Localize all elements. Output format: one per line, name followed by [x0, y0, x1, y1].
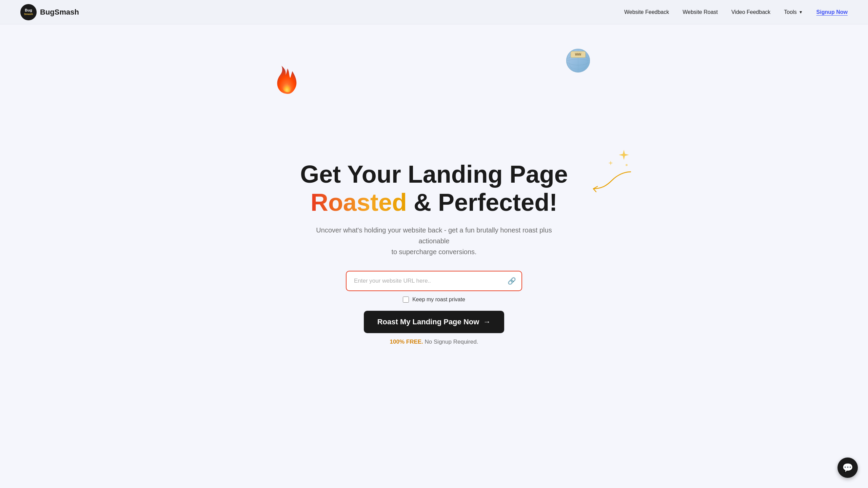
logo-bottom-text: Smash — [24, 13, 33, 16]
private-roast-checkbox[interactable] — [403, 297, 409, 303]
hero-title-amp: & — [407, 189, 438, 216]
url-input-container: 🔗 — [346, 271, 522, 291]
hero-title-line1: Get Your Landing Page — [300, 161, 568, 188]
chat-icon: 💬 — [842, 463, 853, 473]
cta-roast-button[interactable]: Roast My Landing Page Now → — [364, 311, 505, 333]
hero-subtitle: Uncover what's holding your website back… — [315, 225, 553, 257]
chat-button[interactable]: 💬 — [837, 458, 858, 478]
nav-link-video-feedback[interactable]: Video Feedback — [731, 9, 770, 15]
nav-links: Website Feedback Website Roast Video Fee… — [624, 9, 848, 15]
hero-title-perfected: Perfected! — [438, 189, 557, 216]
arrow-decoration — [583, 167, 637, 194]
nav-link-website-roast[interactable]: Website Roast — [683, 9, 718, 15]
hero-title: Get Your Landing Page Roasted & Perfecte… — [300, 160, 568, 217]
hero-subtitle-line2: to supercharge conversions. — [391, 248, 476, 256]
cta-arrow-icon: → — [483, 318, 491, 326]
nav-link-website-feedback[interactable]: Website Feedback — [624, 9, 669, 15]
private-roast-label: Keep my roast private — [412, 297, 465, 303]
nav-tools-dropdown[interactable]: Tools ▼ — [784, 9, 803, 15]
flame-decoration — [275, 65, 309, 99]
private-roast-row: Keep my roast private — [403, 297, 465, 303]
logo-icon: Bug Smash — [20, 4, 37, 20]
svg-point-6 — [626, 164, 628, 166]
brand-name: BugSmash — [40, 8, 79, 17]
hero-title-roasted: Roasted — [311, 189, 407, 216]
cta-button-label: Roast My Landing Page Now — [377, 318, 479, 326]
url-input[interactable] — [346, 271, 522, 291]
hero-subtitle-line1: Uncover what's holding your website back… — [316, 226, 552, 245]
free-suffix: No Signup Required. — [425, 339, 478, 345]
logo-top-text: Bug — [25, 8, 32, 13]
globe-decoration: WWW — [563, 45, 597, 79]
link-icon: 🔗 — [508, 277, 516, 285]
tools-dropdown-arrow: ▼ — [799, 10, 803, 15]
hero-section: WWW Get Your Landing Page Roasted & Perf… — [0, 24, 868, 488]
free-label: 100% FREE. — [390, 339, 423, 345]
free-text: 100% FREE. No Signup Required. — [390, 339, 478, 345]
svg-text:WWW: WWW — [575, 53, 581, 56]
navbar: Bug Smash BugSmash Website Feedback Webs… — [0, 0, 868, 24]
brand-logo-group: Bug Smash BugSmash — [20, 4, 79, 20]
nav-tools-label: Tools — [784, 9, 796, 15]
signup-button[interactable]: Signup Now — [816, 9, 848, 15]
